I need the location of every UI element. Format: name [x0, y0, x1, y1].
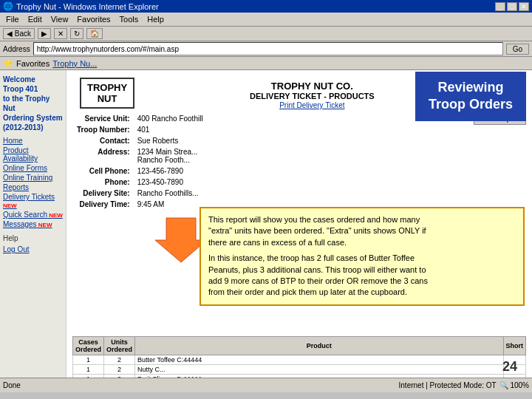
forward-button[interactable]: ▶	[38, 28, 51, 39]
sidebar-nav: Home Product Availability Online Forms O…	[3, 137, 63, 228]
table-row: 1 2 Nutty C...	[73, 365, 526, 375]
overlay-line2: Troop Orders	[429, 96, 513, 113]
content-area: Welcome Troop 401 to the Trophy Nut Orde…	[0, 70, 532, 378]
tooltip-line5: In this instance, the troop has 2 full c…	[208, 253, 516, 264]
service-info-table: Service Unit: 400 Rancho Foothill Troop …	[72, 112, 208, 211]
sidebar: Welcome Troop 401 to the Trophy Nut Orde…	[0, 70, 66, 378]
window-title: Trophy Nut - Windows Internet Explorer	[16, 2, 159, 11]
tooltip-line2: "extra" units have been ordered. "Extra"…	[208, 225, 516, 236]
favorites-icon: ⭐	[3, 58, 13, 68]
nav-home[interactable]: Home	[3, 137, 63, 145]
sidebar-welcome: Welcome Troop 401 to the Trophy Nut Orde…	[3, 75, 63, 132]
cell-product: Fruit Slices - C:44444	[135, 375, 503, 378]
troop-label: Troop Number:	[74, 125, 133, 134]
zoom-level: 🔍 100%	[499, 381, 529, 389]
refresh-button[interactable]: ↻	[70, 28, 83, 39]
browser-icon: 🌐	[3, 1, 13, 11]
nav-messages[interactable]: Messages	[3, 220, 63, 228]
maximize-button[interactable]: □	[507, 2, 517, 11]
tooltip-line8: from their order and pick them up later …	[208, 287, 516, 298]
title-bar-controls: _ □ ✕	[495, 2, 529, 11]
menu-view[interactable]: View	[47, 14, 73, 24]
logo-line2: NUT	[87, 93, 127, 104]
status-right: Internet | Protected Mode: OT 🔍 100%	[399, 381, 529, 389]
cell-product: Nutty C...	[135, 365, 503, 375]
product-table-body: 1 2 Butter Toffee C:44444 1 2 Nutty C...…	[73, 355, 526, 378]
cell-product: Butter Toffee C:44444	[135, 355, 503, 365]
slide-number: 24	[502, 359, 517, 375]
delivery-time-label: Delivery Time:	[74, 200, 133, 209]
nav-online-forms[interactable]: Online Forms	[3, 164, 63, 172]
col-units: UnitsOrdered	[104, 337, 135, 355]
col-short: Short	[503, 337, 526, 355]
cell-cases: 1	[73, 365, 104, 375]
address-value: 1234 Main Strea... Rancho Footh...	[134, 147, 206, 165]
service-unit-label: Service Unit:	[74, 114, 133, 123]
cell-value: 123-456-7890	[134, 166, 206, 176]
menu-tools[interactable]: Tools	[115, 14, 143, 24]
nav-logout[interactable]: Log Out	[3, 245, 63, 253]
nav-product-availability[interactable]: Product Availability	[3, 146, 63, 163]
favorites-bar: ⭐ Favorites Trophy Nu...	[0, 57, 532, 70]
title-bar-left: 🌐 Trophy Nut - Windows Internet Explorer	[3, 1, 159, 11]
toolbar: ◀ Back ▶ ✕ ↻ 🏠	[0, 27, 532, 41]
sidebar-help-label: Help	[3, 234, 63, 242]
contact-value: Sue Roberts	[134, 136, 206, 146]
col-product: Product	[135, 337, 503, 355]
delivery-time-value: 9:45 AM	[134, 200, 206, 209]
favorites-label: Favorites	[16, 59, 50, 68]
menu-help[interactable]: Help	[143, 14, 168, 24]
company-logo: TROPHY NUT	[80, 78, 134, 109]
logo-line1: TROPHY	[87, 82, 127, 93]
close-button[interactable]: ✕	[519, 2, 529, 11]
tooltip-line3: there are cans in excess of a full case.	[208, 237, 516, 248]
title-bar: 🌐 Trophy Nut - Windows Internet Explorer…	[0, 0, 532, 13]
cell-units: 2	[104, 375, 135, 378]
menu-favorites[interactable]: Favorites	[72, 14, 115, 24]
troop-value: 401	[134, 125, 206, 134]
go-button[interactable]: Go	[506, 44, 529, 55]
main-panel: Reviewing Troop Orders TROPHY NUT TROPHY…	[66, 70, 532, 378]
minimize-button[interactable]: _	[495, 2, 505, 11]
tooltip-line6: Peanuts, plus 3 additional cans. This tr…	[208, 265, 516, 276]
status-done: Done	[3, 381, 21, 389]
status-left: Done	[3, 381, 21, 389]
nav-reports[interactable]: Reports	[3, 183, 63, 191]
print-delivery-link[interactable]: Print Delivery Ticket	[279, 101, 344, 109]
contact-label: Contact:	[74, 136, 133, 146]
table-row: 1 2 Fruit Slices - C:44444	[73, 375, 526, 378]
cell-short	[503, 375, 526, 378]
cell-units: 2	[104, 355, 135, 365]
address-input[interactable]	[33, 42, 503, 55]
table-row: 1 2 Butter Toffee C:44444	[73, 355, 526, 365]
cell-label: Cell Phone:	[74, 166, 133, 176]
service-unit-value: 400 Rancho Foothill	[134, 114, 206, 123]
cell-cases: 1	[73, 375, 104, 378]
address-label: Address:	[74, 147, 133, 165]
back-button[interactable]: ◀ Back	[3, 28, 35, 39]
overlay-line1: Reviewing	[429, 79, 513, 96]
menu-bar: File Edit View Favorites Tools Help	[0, 13, 532, 27]
col-cases: CasesOrdered	[73, 337, 104, 355]
tooltip-line7: add 9 more cans of BTP to their order OR…	[208, 276, 516, 287]
stop-button[interactable]: ✕	[54, 28, 67, 39]
delivery-site-value: Rancho Foothills...	[134, 188, 206, 198]
favorites-link[interactable]: Trophy Nu...	[52, 59, 97, 68]
nav-delivery-tickets[interactable]: Delivery Tickets	[3, 193, 63, 209]
menu-file[interactable]: File	[1, 14, 24, 24]
address-label: Address	[3, 45, 30, 53]
header-overlay: Reviewing Troop Orders	[415, 72, 526, 121]
cell-cases: 1	[73, 355, 104, 365]
address-bar: Address Go	[0, 41, 532, 57]
delivery-site-label: Delivery Site:	[74, 188, 133, 198]
home-button[interactable]: 🏠	[86, 28, 103, 39]
cell-units: 2	[104, 365, 135, 375]
status-bar: Done Internet | Protected Mode: OT 🔍 100…	[0, 378, 532, 392]
browser-window: 🌐 Trophy Nut - Windows Internet Explorer…	[0, 0, 532, 70]
nav-online-training[interactable]: Online Training	[3, 174, 63, 182]
phone-label: Phone:	[74, 177, 133, 187]
phone-value: 123-450-7890	[134, 177, 206, 187]
product-table: CasesOrdered UnitsOrdered Product Short …	[72, 336, 526, 378]
menu-edit[interactable]: Edit	[24, 14, 47, 24]
nav-quick-search[interactable]: Quick Search	[3, 211, 63, 219]
